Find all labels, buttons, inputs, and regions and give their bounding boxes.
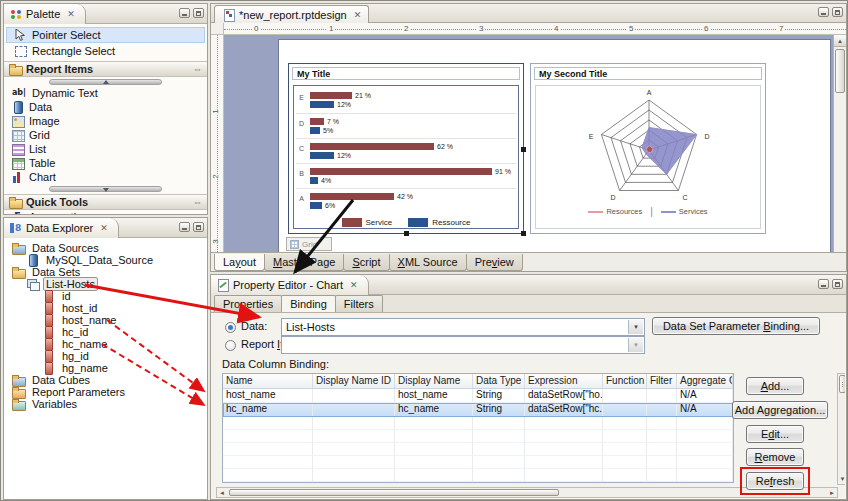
report-item-combo[interactable]: ▼ [281,336,645,354]
palette-tool-label: Rectangle Select [32,45,115,57]
palette-section-quick-tools[interactable]: Quick Tools⇔ [4,194,207,210]
minimize-icon[interactable] [818,7,829,17]
scroll-down-icon[interactable]: ▼ [838,475,845,483]
layout-canvas[interactable]: My Title E21 %12%D7 %5%C62 %12%B91 %4%A4… [224,35,846,252]
palette-item-aggregation[interactable]: ΣAggregation [4,210,207,214]
radar-chart[interactable]: My Second Title ADCDE Resources|Services [530,63,766,234]
chevron-down-icon[interactable]: ▼ [628,338,643,352]
palette-item-dynamic-text[interactable]: ab|Dynamic Text [4,86,207,100]
palette-item-data[interactable]: Data [4,100,207,114]
panel-vertical-scrollbar[interactable]: ▼ [837,373,845,485]
chevron-down-icon[interactable]: ▼ [628,320,643,334]
data-radio[interactable] [225,322,236,333]
column-header-expression[interactable]: Expression [525,374,603,388]
data-icon [11,101,24,113]
scroll-right-icon[interactable]: ► [827,489,837,497]
add-aggregation-button[interactable]: Add Aggregation... [732,401,828,419]
column-header-aggregate-on[interactable]: Aggregate On [677,374,733,388]
minimize-icon[interactable] [179,8,190,18]
scrollbar-thumb[interactable] [229,489,559,496]
tab-layout[interactable]: Layout [214,254,265,271]
column-header-filter[interactable]: Filter [647,374,677,388]
column-icon [42,338,55,350]
add-button[interactable]: Add... [746,377,804,395]
close-icon[interactable]: ✕ [354,10,362,20]
binding-row-hc-name[interactable]: hc_namehc_nameStringdataSetRow["hc...N/A [223,403,733,417]
palette-item-table[interactable]: Table [4,156,207,170]
palette-item-grid[interactable]: Grid [4,128,207,142]
selection-handle[interactable] [521,147,526,152]
bar-line: 62 % [310,142,516,151]
column-header-data-type[interactable]: Data Type [473,374,525,388]
data-explorer-view-tab[interactable]: Data Explorer ✕ [4,218,119,238]
data-set-combo[interactable]: List-Hosts ▼ [281,318,645,336]
tree-item-data-sets[interactable]: Data Sets [4,266,207,278]
palette-section-report-items[interactable]: Report Items⇔ [4,61,207,77]
selection-handle[interactable] [521,231,526,236]
minimize-icon[interactable] [179,222,190,232]
column-header-function[interactable]: Function [603,374,647,388]
minimize-icon[interactable] [818,279,829,289]
column-header-display-name-id[interactable]: Display Name ID [313,374,395,388]
bar-chart[interactable]: My Title E21 %12%D7 %5%C62 %12%B91 %4%A4… [288,63,524,234]
scroll-up-icon[interactable]: ▲ [834,35,846,47]
tree-item-id[interactable]: id [4,290,207,302]
tree-item-mysql-data-source[interactable]: MySQL_Data_Source [4,254,207,266]
collapse-icon[interactable]: ⇔ [193,64,202,74]
tab-master-page[interactable]: Master Page [264,254,344,271]
palette-scroll-down[interactable] [49,186,162,192]
palette-item-image[interactable]: Image [4,114,207,128]
column-header-display-name[interactable]: Display Name [395,374,473,388]
bar-value-label: 62 % [437,143,453,150]
tree-item-variables[interactable]: Variables [4,398,207,410]
tab-properties[interactable]: Properties [214,295,282,312]
remove-button[interactable]: Remove [746,448,804,466]
data-set-parameter-binding-button[interactable]: Data Set Parameter Binding... [652,317,820,335]
tree-item-host-name[interactable]: host_name [4,314,207,326]
property-editor-view-tab[interactable]: Property Editor - Chart ✕ [211,275,369,295]
tree-item-list-hosts[interactable]: List-Hosts [4,278,207,290]
tab-binding[interactable]: Binding [281,295,336,312]
palette-tool-pointer-select[interactable]: Pointer Select [6,27,205,43]
palette-item-list[interactable]: List [4,142,207,156]
maximize-icon[interactable] [832,279,843,289]
palette-item-chart[interactable]: Chart [4,170,207,184]
editor-tab-new-report[interactable]: *new_report.rptdesign ✕ [214,5,369,23]
palette-item-label: List [29,143,46,155]
grid-element-tab[interactable]: Grid [286,237,332,251]
palette-scroll-up[interactable] [49,79,162,85]
column-header-name[interactable]: Name [223,374,313,388]
radar-category-label: D [611,194,616,201]
scroll-left-icon[interactable]: ◄ [217,489,227,497]
selection-handle[interactable] [404,231,409,236]
palette-view-tab[interactable]: Palette ✕ [4,4,86,24]
ruler-corner [211,23,224,35]
binding-row-host-name[interactable]: host_namehost_nameStringdataSetRow["ho..… [223,389,733,403]
bar-service [310,143,434,150]
maximize-icon[interactable] [193,222,204,232]
radar-legend: Resources|Services [536,207,760,216]
palette-titlebar: Palette ✕ [4,4,207,24]
table-cell [525,469,603,481]
close-icon[interactable]: ✕ [350,280,358,290]
tab-filters[interactable]: Filters [335,295,383,312]
scrollbar-thumb[interactable] [839,375,845,393]
close-icon[interactable]: ✕ [100,223,108,233]
report-item-radio[interactable] [225,340,236,351]
tab-script[interactable]: Script [343,254,389,271]
table-cell [395,443,473,455]
edit-button[interactable]: Edit... [746,425,804,443]
tab-xml-source[interactable]: XML Source [389,254,467,271]
report-page[interactable]: My Title E21 %12%D7 %5%C62 %12%B91 %4%A4… [278,39,831,252]
maximize-icon[interactable] [832,7,843,17]
collapse-icon[interactable]: ⇔ [193,197,202,207]
maximize-icon[interactable] [193,8,204,18]
close-icon[interactable]: ✕ [67,9,75,19]
tree-item-hc-name[interactable]: hc_name [4,338,207,350]
table-cell: String [473,403,525,416]
bar-line: 42 % [310,192,516,201]
palette-tool-rectangle-select[interactable]: Rectangle Select [6,43,205,59]
scrollbar-thumb[interactable] [835,49,845,93]
tab-preview[interactable]: Preview [466,254,523,271]
canvas-vertical-scrollbar[interactable]: ▲ [833,35,846,252]
